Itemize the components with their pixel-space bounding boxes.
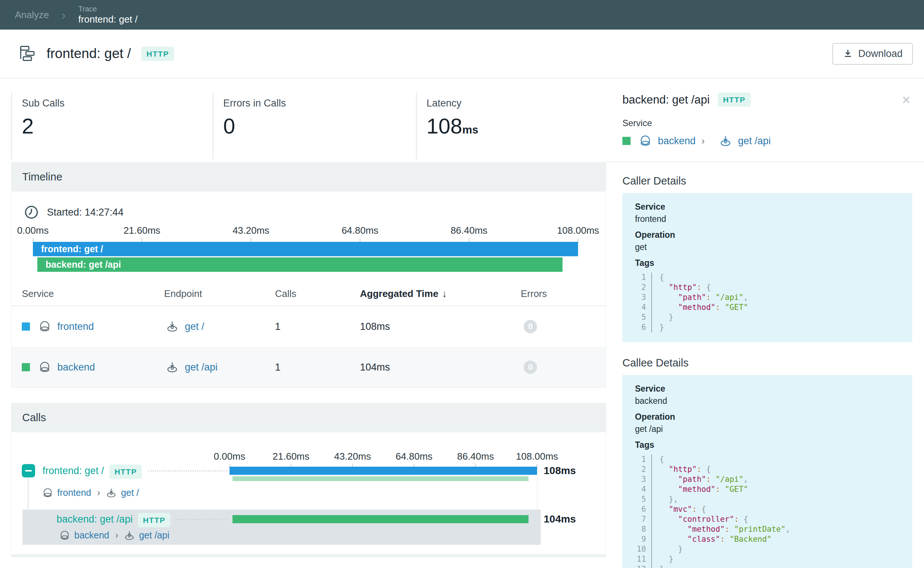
span-name-link[interactable]: frontend: get / [42, 464, 104, 477]
stat-errors-in-calls: Errors in Calls 0 [213, 92, 416, 160]
span-bar-zone[interactable] [229, 512, 537, 526]
top-breadcrumb-bar: Analyze › Trace frontend: get / [0, 0, 924, 30]
span-bar-zone[interactable] [229, 464, 537, 482]
axis-tick: 86.40ms [451, 225, 487, 243]
calls-section-header: Calls [11, 403, 606, 432]
field-value: backend [635, 396, 902, 406]
close-icon[interactable] [900, 94, 912, 106]
breadcrumb-current: Trace frontend: get / [78, 5, 137, 25]
trace-gantt-icon [19, 45, 37, 62]
calls-section: Calls 0.00ms21.60ms43.20ms64.80ms86.40ms… [11, 403, 606, 557]
timeline-section: Timeline Started: 14:27:44 0.00ms21.60ms… [11, 162, 606, 388]
frontend-duration-bar[interactable] [229, 467, 537, 475]
chevron-right-icon: › [62, 9, 66, 21]
stat-sub-calls: Sub Calls 2 [11, 92, 213, 160]
endpoint-link[interactable]: get / [121, 487, 139, 498]
col-header-calls[interactable]: Calls [275, 288, 360, 299]
call-row-backend-selected[interactable]: backend: get /api HTTP 104ms [23, 509, 541, 545]
backend-child-duration-bar [232, 476, 529, 481]
endpoint-icon [124, 530, 134, 541]
page-title: frontend: get / [47, 46, 131, 61]
timeline-section-header: Timeline [11, 162, 606, 192]
endpoint-link[interactable]: get /api [139, 530, 169, 541]
panel-span-title: backend: get /api [623, 93, 710, 107]
caller-tags-code: 1{2 "http": {3 "path": "/api",4 "method"… [635, 272, 902, 332]
download-label: Download [858, 48, 903, 59]
callee-details-card: Service backend Operation get /api Tags … [623, 375, 912, 568]
timeline-span-bar-backend[interactable]: backend: get /api [37, 257, 562, 272]
stat-value: 2 [22, 113, 213, 138]
service-link[interactable]: backend [658, 135, 696, 147]
span-detail-panel: backend: get /api HTTP Service backend › [606, 92, 924, 568]
stat-unit: ms [462, 124, 478, 136]
stats-row: Sub Calls 2 Errors in Calls 0 Latency 10… [11, 92, 606, 160]
chevron-right-icon: › [701, 135, 705, 147]
call-row-frontend[interactable]: frontend: get / HTTP 108ms [22, 464, 576, 482]
col-header-errors[interactable]: Errors [521, 288, 606, 299]
field-value: frontend [635, 214, 902, 224]
chevron-right-icon: › [97, 487, 101, 499]
collapse-button[interactable] [22, 464, 35, 477]
calls-count: 1 [275, 321, 360, 332]
panel-divider [606, 162, 924, 162]
service-icon [59, 530, 70, 541]
span-name-link[interactable]: backend: get /api [57, 512, 133, 526]
service-icon [639, 135, 651, 147]
calls-title: Calls [22, 412, 46, 424]
field-value: get [635, 242, 902, 252]
service-icon [42, 488, 53, 498]
duration-label: 108ms [544, 464, 576, 477]
started-row: Started: 14:27:44 [24, 204, 606, 221]
http-badge: HTTP [718, 92, 751, 107]
chevron-right-icon: › [115, 530, 119, 541]
calls-count: 1 [275, 362, 360, 373]
download-button[interactable]: Download [832, 43, 913, 65]
axis-tick: 64.80ms [342, 225, 378, 243]
timeline-span-bar-frontend[interactable]: frontend: get / [33, 242, 578, 256]
col-header-endpoint[interactable]: Endpoint [164, 288, 275, 299]
col-header-aggregated-time[interactable]: Aggregated Time↓ [360, 288, 521, 299]
endpoint-link[interactable]: get /api [185, 362, 218, 373]
service-link[interactable]: frontend [57, 487, 91, 498]
table-row: backend get /api 1 104ms 0 [12, 347, 606, 388]
tags-label: Tags [635, 258, 902, 268]
page-header: frontend: get / HTTP Download [0, 30, 924, 79]
endpoint-link[interactable]: get /api [738, 135, 771, 147]
service-color-swatch [623, 137, 630, 145]
stat-value: 108ms [427, 113, 606, 138]
service-link[interactable]: backend [74, 530, 109, 541]
span-breadcrumb: frontend › get / [42, 487, 139, 499]
breadcrumb-category: Trace [78, 5, 137, 13]
field-label: Operation [635, 230, 902, 240]
endpoint-icon [720, 135, 731, 147]
field-label: Service [635, 202, 902, 212]
stat-label: Sub Calls [22, 98, 213, 109]
col-header-service[interactable]: Service [22, 288, 164, 299]
http-badge: HTTP [109, 464, 142, 479]
span-bar-label: frontend: get / [41, 244, 103, 254]
span-bar-label: backend: get /api [45, 259, 121, 270]
aggregated-time: 108ms [360, 321, 521, 332]
caller-details-title: Caller Details [623, 175, 912, 187]
callee-details-title: Callee Details [623, 357, 912, 369]
endpoint-icon [166, 320, 178, 332]
span-breadcrumb: backend › get /api [59, 530, 169, 541]
service-link[interactable]: backend [57, 362, 95, 373]
endpoint-link[interactable]: get / [185, 321, 204, 332]
backend-duration-bar[interactable] [232, 515, 529, 523]
dotted-connector [148, 470, 227, 471]
stat-label: Latency [427, 98, 606, 109]
service-icon [39, 320, 51, 332]
started-timestamp: Started: 14:27:44 [47, 207, 124, 218]
errors-badge: 0 [524, 320, 537, 333]
axis-tick: 43.20ms [232, 225, 270, 243]
service-link[interactable]: frontend [57, 321, 94, 332]
http-badge: HTTP [138, 513, 171, 527]
stat-label: Errors in Calls [223, 98, 416, 109]
endpoint-icon [106, 488, 116, 498]
sort-desc-arrow-icon: ↓ [442, 288, 447, 299]
duration-label: 104ms [544, 512, 576, 526]
breadcrumb-analyze[interactable]: Analyze [15, 9, 49, 21]
service-color-swatch [22, 363, 30, 371]
caller-details-card: Service frontend Operation get Tags 1{2 … [623, 193, 912, 342]
